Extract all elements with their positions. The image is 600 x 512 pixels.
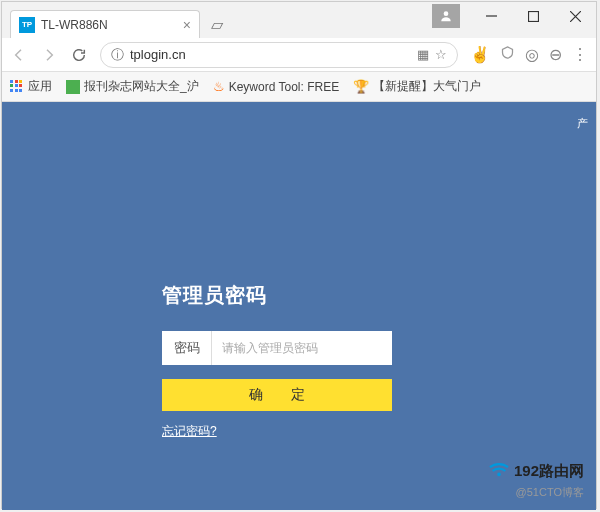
bookmark-star-icon[interactable]: ☆ [435,47,447,62]
forgot-password-link[interactable]: 忘记密码? [162,423,217,440]
top-right-text[interactable]: 产 [577,116,588,131]
apps-icon [10,80,24,94]
extension-icon-4[interactable]: ⊖ [549,45,562,64]
address-bar: ⓘ tplogin.cn ▦ ☆ ✌ ◎ ⊖ ⋮ [2,38,596,72]
url-field[interactable]: ⓘ tplogin.cn ▦ ☆ [100,42,458,68]
flame-icon: ♨ [213,79,225,94]
bookmark-label: 应用 [28,78,52,95]
apps-shortcut[interactable]: 应用 [10,78,52,95]
reload-button[interactable] [70,47,88,63]
qr-icon[interactable]: ▦ [417,47,429,62]
new-tab-button[interactable]: ▱ [206,14,228,34]
watermark-brand: 192路由网 [514,462,584,481]
panel-title: 管理员密码 [162,282,392,309]
svg-point-0 [444,11,449,16]
site-info-icon[interactable]: ⓘ [111,46,124,64]
password-row: 密码 [162,331,392,365]
tab-title: TL-WR886N [41,18,108,32]
forward-button[interactable] [40,47,58,63]
bookmark-item[interactable]: 报刊杂志网站大全_沪 [66,78,199,95]
url-text: tplogin.cn [130,47,417,62]
tab-close-icon[interactable]: × [183,17,191,33]
watermark: 192路由网 @51CTO博客 [488,460,584,500]
confirm-button[interactable]: 确 定 [162,379,392,411]
svg-rect-1 [528,11,538,21]
back-button[interactable] [10,47,28,63]
bookmark-icon [66,80,80,94]
user-badge-icon[interactable] [432,4,460,28]
extension-icon-3[interactable]: ◎ [525,45,539,64]
bookmark-item[interactable]: 🏆 【新提醒】大气门户 [353,78,481,95]
bookmarks-bar: 应用 报刊杂志网站大全_沪 ♨ Keyword Tool: FREE 🏆 【新提… [2,72,596,102]
maximize-button[interactable] [512,2,554,30]
bookmark-label: 报刊杂志网站大全_沪 [84,78,199,95]
password-input[interactable] [212,331,392,365]
bookmark-label: Keyword Tool: FREE [229,80,340,94]
bookmark-label: 【新提醒】大气门户 [373,78,481,95]
extension-icon-2[interactable] [500,45,515,64]
wifi-icon [488,460,510,482]
login-panel: 管理员密码 密码 确 定 忘记密码? [162,282,392,440]
menu-button[interactable]: ⋮ [572,45,588,64]
browser-tab[interactable]: TP TL-WR886N × [10,10,200,38]
page-content: 产 管理员密码 密码 确 定 忘记密码? 192路由网 @51CTO博客 [2,102,596,510]
svg-point-2 [497,473,501,477]
password-label: 密码 [162,331,212,365]
close-button[interactable] [554,2,596,30]
trophy-icon: 🏆 [353,79,369,94]
minimize-button[interactable] [470,2,512,30]
watermark-sub: @51CTO博客 [488,485,584,500]
favicon-icon: TP [19,17,35,33]
bookmark-item[interactable]: ♨ Keyword Tool: FREE [213,79,340,94]
extension-icon-1[interactable]: ✌ [470,45,490,64]
